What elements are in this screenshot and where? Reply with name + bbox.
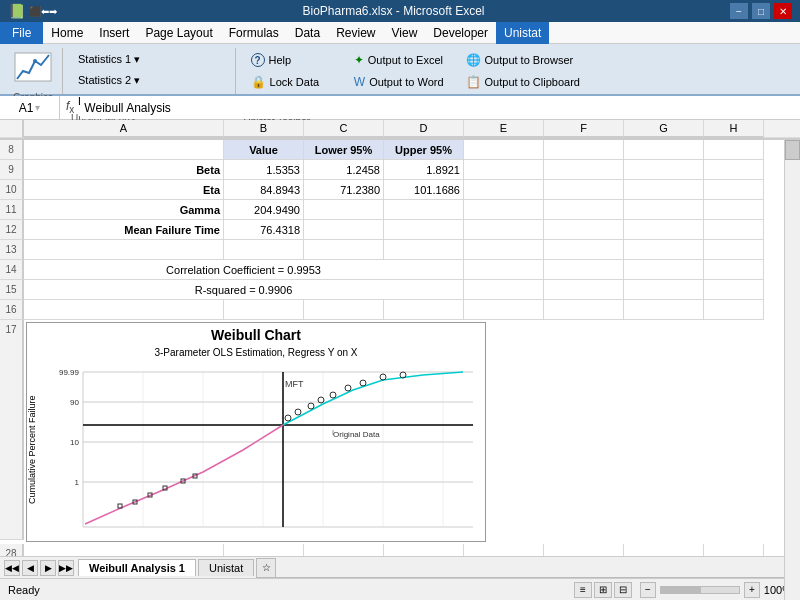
graphics-button[interactable]: [10, 48, 56, 90]
row-header-11[interactable]: 11: [0, 200, 24, 220]
sheet-tab-unistat[interactable]: Unistat: [198, 559, 254, 576]
cell-D10[interactable]: 101.1686: [384, 180, 464, 200]
insert-sheet-button[interactable]: ☆: [256, 558, 276, 578]
cell-reference[interactable]: A1 ▾: [0, 96, 60, 119]
cell-G15[interactable]: [624, 280, 704, 300]
maximize-button[interactable]: □: [752, 3, 770, 19]
cell-D13[interactable]: [384, 240, 464, 260]
menu-developer[interactable]: Developer: [425, 22, 496, 44]
page-break-button[interactable]: ⊟: [614, 582, 632, 598]
menu-file[interactable]: File: [0, 22, 43, 44]
cell-E14[interactable]: [464, 260, 544, 280]
cell-G11[interactable]: [624, 200, 704, 220]
lock-data-button[interactable]: 🔒 Lock Data: [244, 72, 339, 92]
cell-E9[interactable]: [464, 160, 544, 180]
output-word-button[interactable]: W Output to Word: [347, 72, 451, 92]
cell-B9[interactable]: 1.5353: [224, 160, 304, 180]
row-header-12[interactable]: 12: [0, 220, 24, 240]
menu-formulas[interactable]: Formulas: [221, 22, 287, 44]
cell-H10[interactable]: [704, 180, 764, 200]
cell-E16[interactable]: [464, 300, 544, 320]
col-header-E[interactable]: E: [464, 120, 544, 138]
menu-review[interactable]: Review: [328, 22, 383, 44]
cell-H11[interactable]: [704, 200, 764, 220]
col-header-F[interactable]: F: [544, 120, 624, 138]
cell-B16[interactable]: [224, 300, 304, 320]
cell-C9[interactable]: 1.2458: [304, 160, 384, 180]
cell-A13[interactable]: [24, 240, 224, 260]
cell-F15[interactable]: [544, 280, 624, 300]
vertical-scrollbar[interactable]: [784, 140, 800, 600]
formula-input[interactable]: [80, 96, 800, 119]
menu-view[interactable]: View: [384, 22, 426, 44]
cell-D11[interactable]: [384, 200, 464, 220]
output-browser-button[interactable]: 🌐 Output to Browser: [459, 50, 587, 70]
cell-B12[interactable]: 76.4318: [224, 220, 304, 240]
menu-data[interactable]: Data: [287, 22, 328, 44]
cell-B11[interactable]: 204.9490: [224, 200, 304, 220]
cell-E13[interactable]: [464, 240, 544, 260]
cell-F14[interactable]: [544, 260, 624, 280]
cell-F8[interactable]: [544, 140, 624, 160]
cell-A12[interactable]: Mean Failure Time: [24, 220, 224, 240]
cell-G13[interactable]: [624, 240, 704, 260]
cell-F9[interactable]: [544, 160, 624, 180]
prev-sheet-button[interactable]: ◀: [22, 560, 38, 576]
cell-G10[interactable]: [624, 180, 704, 200]
col-header-A[interactable]: A: [24, 120, 224, 138]
cell-E12[interactable]: [464, 220, 544, 240]
cell-E11[interactable]: [464, 200, 544, 220]
cell-G8[interactable]: [624, 140, 704, 160]
cell-D8[interactable]: Upper 95%: [384, 140, 464, 160]
cell-E15[interactable]: [464, 280, 544, 300]
cell-A15[interactable]: R-squared = 0.9906: [24, 280, 464, 300]
row-header-10[interactable]: 10: [0, 180, 24, 200]
menu-page-layout[interactable]: Page Layout: [137, 22, 220, 44]
cell-C11[interactable]: [304, 200, 384, 220]
row-header-chart[interactable]: 17: [0, 320, 24, 540]
col-header-H[interactable]: H: [704, 120, 764, 138]
col-header-B[interactable]: B: [224, 120, 304, 138]
cell-H9[interactable]: [704, 160, 764, 180]
cell-A10[interactable]: Eta: [24, 180, 224, 200]
cell-D16[interactable]: [384, 300, 464, 320]
statistics1-button[interactable]: Statistics 1 ▾: [71, 50, 147, 69]
cell-A8[interactable]: [24, 140, 224, 160]
cell-B13[interactable]: [224, 240, 304, 260]
cell-G16[interactable]: [624, 300, 704, 320]
zoom-out-button[interactable]: −: [640, 582, 656, 598]
row-header-14[interactable]: 14: [0, 260, 24, 280]
menu-home[interactable]: Home: [43, 22, 91, 44]
normal-view-button[interactable]: ≡: [574, 582, 592, 598]
cell-D12[interactable]: [384, 220, 464, 240]
menu-unistat[interactable]: Unistat: [496, 22, 549, 44]
cell-H15[interactable]: [704, 280, 764, 300]
cell-F12[interactable]: [544, 220, 624, 240]
zoom-slider[interactable]: [660, 586, 740, 594]
cell-F16[interactable]: [544, 300, 624, 320]
cell-F10[interactable]: [544, 180, 624, 200]
window-controls[interactable]: − □ ✕: [730, 3, 792, 19]
cell-G12[interactable]: [624, 220, 704, 240]
help-button[interactable]: ? Help: [244, 50, 339, 70]
cell-C8[interactable]: Lower 95%: [304, 140, 384, 160]
statistics2-button[interactable]: Statistics 2 ▾: [71, 71, 147, 90]
cell-A16[interactable]: [24, 300, 224, 320]
cell-E8[interactable]: [464, 140, 544, 160]
minimize-button[interactable]: −: [730, 3, 748, 19]
last-sheet-button[interactable]: ▶▶: [58, 560, 74, 576]
cell-H16[interactable]: [704, 300, 764, 320]
row-header-8[interactable]: 8: [0, 140, 24, 160]
output-excel-button[interactable]: ✦ Output to Excel: [347, 50, 451, 70]
cell-B8[interactable]: Value: [224, 140, 304, 160]
sheet-nav-buttons[interactable]: ◀◀ ◀ ▶ ▶▶: [0, 560, 78, 576]
cell-C16[interactable]: [304, 300, 384, 320]
row-header-9[interactable]: 9: [0, 160, 24, 180]
cell-G9[interactable]: [624, 160, 704, 180]
cell-C10[interactable]: 71.2380: [304, 180, 384, 200]
cell-H13[interactable]: [704, 240, 764, 260]
col-header-C[interactable]: C: [304, 120, 384, 138]
row-header-15[interactable]: 15: [0, 280, 24, 300]
cell-B10[interactable]: 84.8943: [224, 180, 304, 200]
cell-E10[interactable]: [464, 180, 544, 200]
